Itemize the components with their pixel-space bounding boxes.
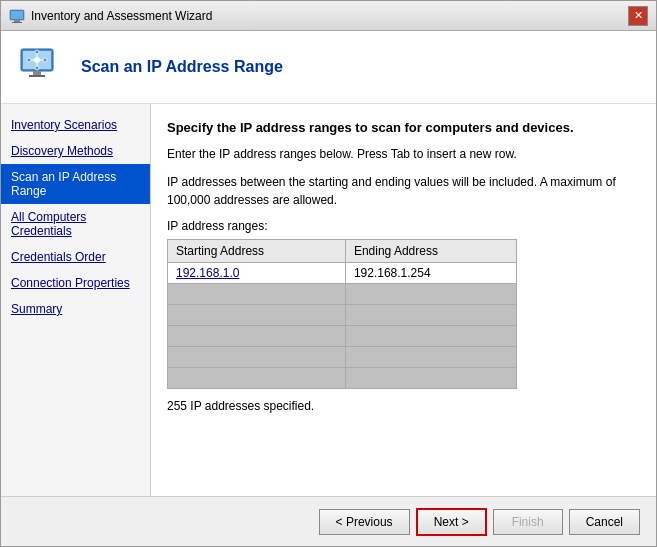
empty-cell-1: [168, 284, 346, 305]
previous-button[interactable]: < Previous: [319, 509, 410, 535]
svg-point-11: [35, 50, 39, 54]
sidebar: Inventory Scenarios Discovery Methods Sc…: [1, 104, 151, 496]
sidebar-item-credentials-order[interactable]: Credentials Order: [1, 244, 150, 270]
table-row[interactable]: 192.168.1.0 192.168.1.254: [168, 263, 517, 284]
header: Scan an IP Address Range: [1, 31, 656, 104]
body: Inventory Scenarios Discovery Methods Sc…: [1, 104, 656, 496]
title-bar-text: Inventory and Assessment Wizard: [31, 9, 628, 23]
sidebar-item-summary[interactable]: Summary: [1, 296, 150, 322]
finish-button[interactable]: Finish: [493, 509, 563, 535]
footer: < Previous Next > Finish Cancel: [1, 496, 656, 546]
svg-rect-3: [12, 22, 22, 23]
col-header-ending: Ending Address: [345, 240, 516, 263]
main-note: IP addresses between the starting and en…: [167, 173, 640, 209]
empty-cell-4: [345, 305, 516, 326]
main-title: Specify the IP address ranges to scan fo…: [167, 120, 640, 135]
title-bar: Inventory and Assessment Wizard ✕: [1, 1, 656, 31]
svg-point-6: [34, 57, 40, 63]
table-empty-row-4[interactable]: [168, 347, 517, 368]
empty-cell-6: [345, 326, 516, 347]
main-window: Inventory and Assessment Wizard ✕ Scan a…: [0, 0, 657, 547]
ip-address-table[interactable]: Starting Address Ending Address 192.168.…: [167, 239, 517, 389]
empty-cell-7: [168, 347, 346, 368]
sidebar-item-inventory-scenarios[interactable]: Inventory Scenarios: [1, 112, 150, 138]
table-empty-row-2[interactable]: [168, 305, 517, 326]
ip-table-wrapper: Starting Address Ending Address 192.168.…: [167, 239, 640, 389]
main-description: Enter the IP address ranges below. Press…: [167, 145, 640, 163]
sidebar-item-scan-ip-range[interactable]: Scan an IP Address Range: [1, 164, 150, 204]
starting-address-cell[interactable]: 192.168.1.0: [168, 263, 346, 284]
svg-point-12: [35, 66, 39, 70]
table-empty-row-3[interactable]: [168, 326, 517, 347]
empty-cell-8: [345, 347, 516, 368]
empty-cell-2: [345, 284, 516, 305]
main-content: Specify the IP address ranges to scan fo…: [151, 104, 656, 496]
window-icon: [9, 8, 25, 24]
next-button[interactable]: Next >: [416, 508, 487, 536]
table-empty-row-5[interactable]: [168, 368, 517, 389]
close-button[interactable]: ✕: [628, 6, 648, 26]
empty-cell-3: [168, 305, 346, 326]
svg-rect-15: [33, 71, 41, 75]
cancel-button[interactable]: Cancel: [569, 509, 640, 535]
svg-rect-16: [29, 75, 45, 77]
empty-cell-10: [345, 368, 516, 389]
svg-rect-2: [14, 20, 20, 22]
ip-label: IP address ranges:: [167, 219, 640, 233]
sidebar-item-discovery-methods[interactable]: Discovery Methods: [1, 138, 150, 164]
empty-cell-9: [168, 368, 346, 389]
table-empty-row-1[interactable]: [168, 284, 517, 305]
svg-point-13: [27, 58, 31, 62]
header-title: Scan an IP Address Range: [81, 58, 283, 76]
col-header-starting: Starting Address: [168, 240, 346, 263]
sidebar-item-all-computers[interactable]: All Computers Credentials: [1, 204, 150, 244]
sidebar-item-connection-properties[interactable]: Connection Properties: [1, 270, 150, 296]
ending-address-cell[interactable]: 192.168.1.254: [345, 263, 516, 284]
svg-rect-1: [11, 11, 23, 19]
svg-point-14: [43, 58, 47, 62]
ip-count: 255 IP addresses specified.: [167, 399, 640, 413]
empty-cell-5: [168, 326, 346, 347]
header-icon: [17, 43, 65, 91]
